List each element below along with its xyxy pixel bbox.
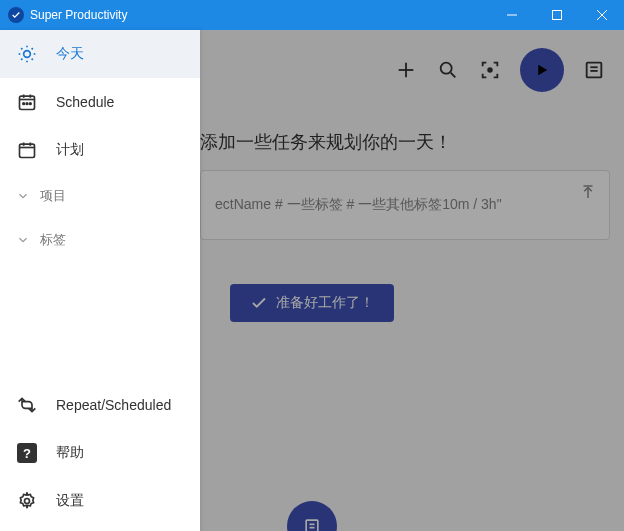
sidebar-item-label: 设置	[56, 492, 84, 510]
svg-point-32	[26, 103, 28, 105]
svg-point-18	[24, 51, 31, 58]
sun-icon	[16, 43, 38, 65]
close-button[interactable]	[579, 0, 624, 30]
window-controls	[489, 0, 624, 30]
sidebar-item-help[interactable]: ? 帮助	[0, 429, 200, 477]
svg-line-26	[32, 48, 33, 49]
sidebar: 今天 Schedule 计划 项目 标签	[0, 30, 200, 531]
svg-rect-34	[20, 144, 35, 157]
svg-line-23	[21, 48, 22, 49]
svg-point-38	[25, 499, 30, 504]
calendar-range-icon	[16, 91, 38, 113]
repeat-icon	[16, 394, 38, 416]
svg-line-25	[21, 59, 22, 60]
chevron-down-icon	[16, 189, 30, 203]
section-label: 项目	[40, 187, 66, 205]
app-icon	[8, 7, 24, 23]
help-icon: ?	[16, 442, 38, 464]
svg-point-31	[23, 103, 25, 105]
sidebar-item-label: Repeat/Scheduled	[56, 397, 171, 413]
svg-point-33	[30, 103, 32, 105]
window-title: Super Productivity	[30, 8, 489, 22]
sidebar-section-tags[interactable]: 标签	[0, 218, 200, 262]
minimize-button[interactable]	[489, 0, 534, 30]
sidebar-item-today[interactable]: 今天	[0, 30, 200, 78]
sidebar-item-label: Schedule	[56, 94, 114, 110]
gear-icon	[16, 490, 38, 512]
sidebar-item-settings[interactable]: 设置	[0, 477, 200, 525]
sidebar-item-label: 帮助	[56, 444, 84, 462]
chevron-down-icon	[16, 233, 30, 247]
section-label: 标签	[40, 231, 66, 249]
sidebar-item-schedule[interactable]: Schedule	[0, 78, 200, 126]
maximize-button[interactable]	[534, 0, 579, 30]
window-titlebar: Super Productivity	[0, 0, 624, 30]
svg-rect-1	[552, 11, 561, 20]
sidebar-item-label: 计划	[56, 141, 84, 159]
sidebar-item-plan[interactable]: 计划	[0, 126, 200, 174]
calendar-icon	[16, 139, 38, 161]
svg-line-24	[32, 59, 33, 60]
sidebar-item-repeat[interactable]: Repeat/Scheduled	[0, 381, 200, 429]
sidebar-section-projects[interactable]: 项目	[0, 174, 200, 218]
sidebar-item-label: 今天	[56, 45, 84, 63]
